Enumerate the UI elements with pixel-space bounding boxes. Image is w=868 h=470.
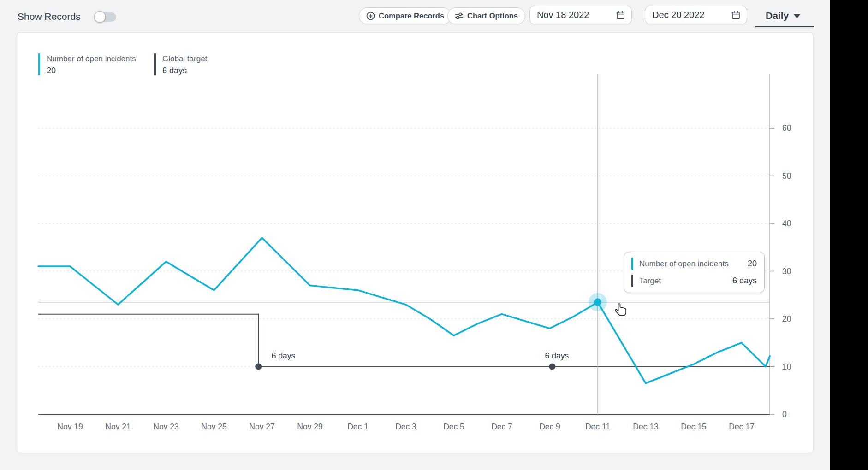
calendar-icon [617, 11, 624, 19]
sliders-icon [455, 12, 464, 20]
legend-item-target[interactable]: Global target 6 days [154, 53, 207, 76]
tooltip-incidents-value: 20 [748, 259, 757, 269]
x-tick-label: Nov 29 [297, 422, 322, 431]
chart-options-button[interactable]: Chart Options [447, 7, 525, 24]
chevron-down-icon [794, 14, 800, 18]
toggle-knob-icon [94, 11, 106, 23]
start-date-input[interactable]: Nov 18 2022 [529, 6, 632, 24]
y-tick-label: 20 [782, 314, 791, 323]
hand-cursor [615, 303, 627, 317]
y-tick-label: 50 [782, 171, 791, 181]
x-tick-label: Dec 15 [681, 422, 706, 431]
legend-swatch-cyan [38, 53, 40, 75]
target-marker-dot [549, 364, 555, 370]
incident-trend-chart[interactable]: 0102030405060Nov 19Nov 21Nov 23Nov 25Nov… [17, 33, 814, 454]
x-tick-label: Dec 7 [491, 422, 512, 431]
legend-target-label: Global target [162, 53, 207, 65]
target-annotation-label: 6 days [545, 351, 569, 360]
compare-records-button[interactable]: Compare Records [359, 7, 452, 24]
target-step-line [38, 314, 770, 367]
end-date-input[interactable]: Dec 20 2022 [645, 6, 747, 24]
granularity-dropdown[interactable]: Daily [766, 10, 800, 21]
compare-records-label: Compare Records [379, 12, 444, 20]
tooltip-target-label: Target [639, 276, 726, 286]
x-tick-label: Nov 25 [201, 422, 226, 431]
legend-incidents-value: 20 [47, 66, 136, 76]
tooltip-row-incidents: Number of open incidents 20 [631, 258, 757, 270]
tooltip-swatch-dark [631, 275, 633, 287]
y-tick-label: 0 [782, 410, 787, 419]
legend-swatch-dark [154, 53, 156, 75]
tooltip-row-target: Target 6 days [631, 275, 757, 287]
tooltip-incidents-label: Number of open incidents [639, 259, 742, 269]
tooltip-target-value: 6 days [732, 276, 757, 286]
x-tick-label: Nov 21 [105, 422, 131, 431]
legend-target-value: 6 days [162, 66, 207, 76]
x-tick-label: Dec 3 [395, 422, 416, 431]
x-tick-label: Dec 5 [443, 422, 464, 431]
start-date-value: Nov 18 2022 [537, 10, 617, 20]
x-tick-label: Dec 17 [729, 422, 754, 431]
granularity-underline [755, 26, 814, 27]
x-tick-label: Dec 9 [539, 422, 560, 431]
legend-item-incidents[interactable]: Number of open incidents 20 [38, 53, 136, 76]
target-marker-dot [255, 364, 262, 370]
calendar-icon [732, 11, 740, 19]
y-tick-label: 30 [782, 267, 791, 276]
x-tick-label: Dec 1 [347, 422, 369, 431]
y-tick-label: 60 [782, 123, 791, 133]
tooltip-swatch-cyan [631, 258, 633, 270]
x-tick-label: Dec 13 [633, 422, 658, 431]
chart-tooltip: Number of open incidents 20 Target 6 day… [624, 252, 765, 293]
x-tick-label: Nov 27 [249, 422, 274, 431]
legend-incidents-label: Number of open incidents [47, 53, 136, 65]
show-records-label: Show Records [18, 11, 81, 22]
target-annotation-label: 6 days [272, 351, 296, 360]
x-tick-label: Dec 11 [585, 422, 610, 431]
show-records-toggle[interactable] [95, 12, 116, 22]
granularity-value: Daily [766, 10, 789, 21]
end-date-value: Dec 20 2022 [652, 10, 732, 20]
x-tick-label: Nov 19 [57, 422, 83, 431]
chart-card: 0102030405060Nov 19Nov 21Nov 23Nov 25Nov… [17, 32, 814, 453]
x-tick-label: Nov 23 [153, 422, 178, 431]
circle-plus-icon [366, 12, 375, 20]
y-tick-label: 10 [782, 362, 791, 371]
chart-options-label: Chart Options [467, 12, 518, 20]
right-black-strip [830, 0, 868, 470]
y-tick-label: 40 [782, 219, 791, 228]
hover-point[interactable] [594, 298, 602, 306]
